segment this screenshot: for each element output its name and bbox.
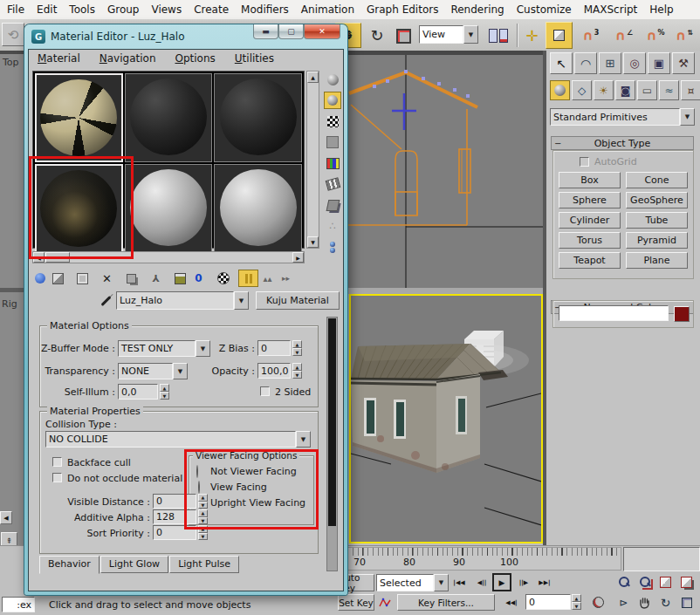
make-unique-button[interactable]: Y	[147, 270, 165, 286]
tab-light-pulse[interactable]: Light Pulse	[169, 556, 239, 573]
set-keys-curve-icon[interactable]	[376, 594, 394, 611]
material-editor-window[interactable]: G Material Editor - Luz_Halo ▬ ▢ ✕ Mater…	[24, 24, 347, 595]
spinner-snap-button[interactable]: ∩⇅	[671, 23, 697, 49]
timeline-ruler[interactable]: 70 80 90 100	[337, 547, 621, 571]
zoom-button[interactable]	[614, 573, 633, 591]
autogrid-checkbox[interactable]	[580, 157, 589, 167]
do-not-occlude-checkbox[interactable]	[52, 473, 62, 482]
previous-frame-button[interactable]: ◀||	[473, 575, 491, 591]
tab-motion[interactable]: ◎	[623, 52, 646, 74]
sample-uv-tiling-button[interactable]	[324, 133, 341, 151]
left-viewport-strip[interactable]: Top Rig ◀ ⇞	[0, 51, 24, 550]
maxscript-mini-listener[interactable]: :ex	[2, 597, 35, 612]
collision-type-dropdown[interactable]: NO COLLIDE▼	[45, 431, 311, 448]
zoom-extents-all-button[interactable]	[677, 573, 696, 591]
category-systems[interactable]: ¤	[681, 80, 700, 100]
create-box-button[interactable]: Box	[559, 172, 621, 188]
close-button[interactable]: ✕	[304, 24, 340, 39]
get-material-button[interactable]	[31, 270, 49, 286]
create-geosphere-button[interactable]: GeoSphere	[626, 192, 688, 208]
current-frame-field[interactable]: 0	[525, 594, 571, 610]
time-configuration-button[interactable]	[590, 594, 606, 610]
create-cone-button[interactable]: Cone	[626, 172, 688, 188]
background-button[interactable]	[324, 113, 341, 130]
menu-customize[interactable]: Customize	[517, 3, 572, 16]
maximize-button[interactable]: ▢	[278, 24, 304, 39]
sample-slot-5[interactable]	[125, 164, 213, 253]
zbias-field[interactable]: 0	[257, 340, 291, 356]
menu-help[interactable]: Help	[649, 3, 673, 16]
visible-distance-spinner[interactable]: ▲▼	[198, 494, 208, 509]
menu-graph-editors[interactable]: Graph Editors	[367, 3, 438, 16]
material-map-navigator-button[interactable]	[324, 238, 341, 256]
go-to-start-button[interactable]: |◀◀	[450, 575, 468, 591]
create-sphere-button[interactable]: Sphere	[559, 192, 621, 208]
scale-tool-button[interactable]	[392, 24, 415, 47]
slot-horizontal-scrollbar[interactable]: ◀ ▶	[32, 251, 305, 263]
tab-hierarchy[interactable]: ⊞	[599, 52, 621, 74]
menu-create[interactable]: Create	[194, 3, 229, 16]
min-max-toggle-button[interactable]	[677, 594, 696, 612]
object-color-swatch[interactable]	[674, 306, 690, 322]
go-to-end-button[interactable]: ▶▶|	[536, 575, 553, 591]
sort-priority-field[interactable]: 0	[153, 525, 196, 540]
menu-file[interactable]: File	[7, 3, 24, 16]
create-tube-button[interactable]: Tube	[626, 212, 688, 229]
set-key-button[interactable]: Set Key	[338, 594, 374, 611]
transparency-dropdown[interactable]: NONE▼	[118, 363, 188, 379]
put-to-library-button[interactable]	[171, 270, 189, 286]
scroll-down-icon[interactable]: ▼	[307, 236, 319, 248]
object-name-input[interactable]	[559, 305, 669, 321]
chevron-down-icon[interactable]: ▼	[173, 363, 188, 379]
create-pyramid-button[interactable]: Pyramid	[626, 232, 688, 249]
view-facing-radio[interactable]	[198, 481, 200, 494]
menu-views[interactable]: Views	[151, 3, 182, 16]
sample-slot-6[interactable]	[214, 164, 302, 253]
put-material-to-scene-button[interactable]	[49, 270, 67, 286]
category-shapes[interactable]: ◇	[572, 80, 592, 100]
angle-snap-button[interactable]: ∩∠	[609, 23, 639, 49]
me-menu-options[interactable]: Options	[174, 51, 217, 66]
collapse-icon[interactable]: −	[554, 139, 561, 148]
material-name-dropdown[interactable]: Luz_Halo▼	[116, 291, 249, 310]
select-and-manipulate-button[interactable]: ✛	[521, 23, 543, 48]
create-cylinder-button[interactable]: Cylinder	[559, 212, 621, 229]
go-forward-to-sibling-button[interactable]: ▸▸	[277, 270, 295, 286]
percent-snap-button[interactable]: ∩%	[642, 23, 669, 49]
menu-animation[interactable]: Animation	[301, 3, 354, 16]
tab-modify[interactable]: ◠	[574, 52, 597, 74]
chevron-down-icon[interactable]: ▼	[296, 431, 311, 448]
scrollbar-thumb[interactable]	[45, 252, 70, 263]
key-mode-toggle-button[interactable]: ◀◀|	[503, 595, 520, 610]
me-menu-utilities[interactable]: Utilities	[233, 51, 276, 66]
sample-slot-2[interactable]	[125, 73, 213, 162]
field-of-view-button[interactable]: ⊳	[614, 594, 633, 612]
chevron-down-icon[interactable]: ▼	[234, 291, 249, 310]
top-viewport-label[interactable]: Top	[3, 57, 19, 68]
scroll-left-button[interactable]: ◀	[0, 511, 12, 524]
sample-slot-3[interactable]	[214, 73, 302, 162]
me-menu-material[interactable]: Material	[36, 51, 82, 66]
material-id-channel-button[interactable]: 0	[189, 270, 208, 286]
rollout-scrollbar-thumb[interactable]	[328, 318, 336, 526]
category-lights[interactable]: ☀	[594, 80, 614, 100]
category-spacewarps[interactable]: ≈	[659, 80, 679, 100]
go-to-parent-button[interactable]: ▴▴	[258, 270, 277, 286]
use-pivot-center-button[interactable]	[485, 24, 511, 47]
sample-type-button[interactable]	[324, 71, 341, 88]
reset-material-button[interactable]: ✕	[98, 270, 116, 286]
make-preview-button[interactable]	[324, 175, 341, 193]
menu-group[interactable]: Group	[107, 3, 140, 16]
frame-spinner[interactable]: ▲▼	[572, 594, 581, 610]
opacity-field[interactable]: 100,0	[257, 363, 291, 379]
select-by-material-button[interactable]: ∴	[324, 217, 341, 235]
scroll-right-icon[interactable]: ▶	[292, 252, 304, 263]
play-button[interactable]: ▶	[492, 573, 511, 591]
two-sided-checkbox[interactable]	[260, 386, 270, 396]
pick-material-from-object-button[interactable]	[97, 292, 114, 310]
rollout-scrollbar[interactable]	[326, 317, 338, 571]
backlight-button[interactable]	[324, 92, 341, 109]
tab-display[interactable]: ▣	[648, 52, 670, 74]
create-plane-button[interactable]: Plane	[626, 252, 688, 269]
options-button[interactable]	[324, 196, 341, 214]
